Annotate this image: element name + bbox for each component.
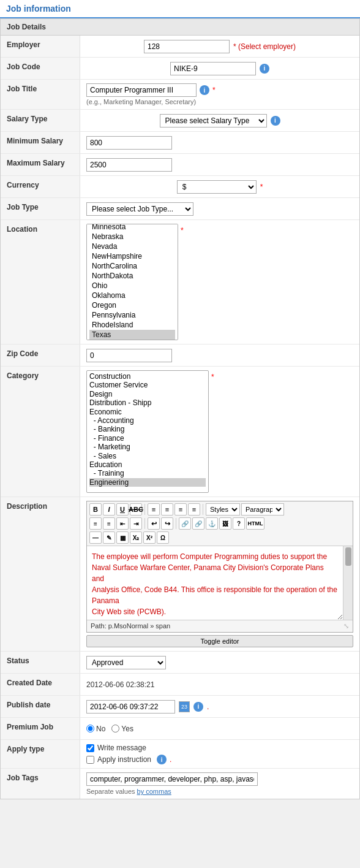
toggle-editor-button[interactable]: Toggle editor	[86, 635, 353, 647]
select-employer-link[interactable]: * (Select employer)	[233, 42, 296, 51]
premium-yes-radio[interactable]	[111, 725, 119, 733]
ordered-list-button[interactable]: ≡	[103, 517, 115, 530]
job-type-value: Please select Job Type... Full-time Part…	[80, 198, 359, 219]
loc-opt-2[interactable]: Nebraska	[89, 232, 175, 242]
hr-button[interactable]: —	[89, 531, 102, 544]
write-message-checkbox[interactable]	[86, 744, 94, 752]
job-code-input[interactable]	[170, 62, 256, 75]
employer-input[interactable]	[144, 40, 230, 53]
currency-row: Currency $ € £ ¥ *	[1, 176, 359, 198]
loc-opt-12[interactable]: Texas	[89, 330, 175, 340]
job-title-info-icon[interactable]: i	[200, 85, 209, 95]
category-row: Category Construction Customer Service D…	[1, 367, 359, 497]
cat-opt-9[interactable]: - Sales	[89, 452, 206, 460]
zip-code-input[interactable]	[86, 349, 172, 362]
loc-opt-7[interactable]: Ohio	[89, 281, 175, 291]
underline-button[interactable]: U	[116, 503, 129, 516]
cat-opt-0[interactable]: Construction	[89, 372, 206, 381]
cat-opt-4[interactable]: Economic	[89, 408, 206, 416]
job-code-info-icon[interactable]: i	[260, 64, 269, 74]
salary-type-select[interactable]: Please select Salary Type Hourly Annual …	[160, 114, 267, 128]
redo-button[interactable]: ↪	[161, 517, 173, 530]
help-button[interactable]: ?	[233, 517, 245, 530]
italic-button[interactable]: I	[103, 503, 115, 516]
loc-opt-3[interactable]: Nevada	[89, 242, 175, 251]
created-date-value: 2012-06-06 02:38:21	[80, 674, 359, 695]
category-inner: Construction Customer Service Design Dis…	[86, 370, 353, 493]
align-right-button[interactable]: ≡	[174, 503, 187, 516]
align-left-button[interactable]: ≡	[148, 503, 160, 516]
justify-button[interactable]: ≡	[188, 503, 200, 516]
minimum-salary-input[interactable]	[86, 136, 172, 150]
cat-opt-2[interactable]: Design	[89, 390, 206, 398]
cat-opt-8[interactable]: - Marketing	[89, 443, 206, 451]
editor-scrollbar[interactable]	[343, 546, 353, 620]
premium-no-label[interactable]: No	[86, 725, 105, 733]
publish-date-info-icon[interactable]: i	[193, 702, 203, 712]
write-message-label[interactable]: Write message	[86, 744, 353, 752]
category-select[interactable]: Construction Customer Service Design Dis…	[86, 370, 209, 493]
omega-button[interactable]: Ω	[157, 531, 169, 544]
superscript-button[interactable]: X²	[143, 531, 156, 544]
paragraph-select[interactable]: Paragraph	[241, 503, 284, 516]
align-center-button[interactable]: ≡	[161, 503, 173, 516]
html-button[interactable]: HTML	[246, 517, 264, 530]
strikethrough-button[interactable]: ABC	[130, 503, 142, 516]
tags-hint-link[interactable]: by commas	[137, 788, 171, 795]
loc-opt-8[interactable]: Oklahoma	[89, 291, 175, 300]
status-select[interactable]: Approved Pending Rejected Draft	[86, 656, 166, 669]
outdent-button[interactable]: ⇤	[116, 517, 129, 530]
anchor-button[interactable]: ⚓	[206, 517, 218, 530]
styles-select[interactable]: Styles	[206, 503, 240, 516]
loc-opt-11[interactable]: RhodeIsland	[89, 320, 175, 330]
cat-opt-12[interactable]: Engineering	[89, 478, 206, 487]
edit-button[interactable]: ✎	[103, 531, 115, 544]
job-title-hint: (e.g., Marketing Manager, Secretary)	[86, 98, 353, 105]
premium-yes-label[interactable]: Yes	[111, 725, 133, 733]
bold-button[interactable]: B	[89, 503, 102, 516]
cat-opt-5[interactable]: - Accounting	[89, 416, 206, 425]
unordered-list-button[interactable]: ≡	[89, 517, 102, 530]
maximum-salary-input[interactable]	[86, 158, 172, 172]
apply-type-label: Apply type	[1, 740, 80, 768]
cat-opt-6[interactable]: - Banking	[89, 425, 206, 433]
loc-opt-9[interactable]: Oregon	[89, 300, 175, 310]
premium-no-radio[interactable]	[86, 725, 94, 733]
salary-type-info-icon[interactable]: i	[271, 116, 280, 126]
maximum-salary-label: Maximum Salary	[1, 154, 80, 175]
job-tags-row: Job Tags Separate values by commas	[1, 769, 359, 799]
location-select[interactable]: Michigan Minnesota Nebraska Nevada NewHa…	[86, 224, 178, 340]
undo-button[interactable]: ↩	[148, 517, 160, 530]
cat-opt-1[interactable]: Customer Service	[89, 381, 206, 389]
loc-opt-5[interactable]: NorthCarolina	[89, 261, 175, 271]
apply-instruction-label[interactable]: Apply instruction i .	[86, 755, 353, 764]
link-button[interactable]: 🔗	[179, 517, 191, 530]
indent-button[interactable]: ⇥	[130, 517, 142, 530]
cat-opt-10[interactable]: Education	[89, 460, 206, 469]
job-tags-label: Job Tags	[1, 769, 80, 799]
apply-instruction-checkbox[interactable]	[86, 756, 94, 764]
resize-handle[interactable]: ⤡	[343, 622, 349, 630]
location-label: Location	[1, 220, 80, 344]
unlink-button[interactable]: 🔗	[192, 517, 204, 530]
publish-date-input[interactable]	[86, 700, 175, 714]
job-tags-input[interactable]	[86, 772, 258, 786]
loc-opt-1[interactable]: Minnesota	[89, 224, 175, 232]
currency-select[interactable]: $ € £ ¥	[177, 180, 257, 194]
apply-instruction-info-icon[interactable]: i	[157, 755, 167, 764]
job-title-input[interactable]	[86, 83, 197, 97]
table-button[interactable]: ▦	[116, 531, 129, 544]
calendar-icon[interactable]: 23	[179, 701, 190, 712]
loc-opt-6[interactable]: NorthDakota	[89, 271, 175, 281]
description-value: B I U ABC ≡ ≡ ≡ ≡ Styles	[80, 497, 359, 651]
loc-opt-4[interactable]: NewHampshire	[89, 251, 175, 261]
cat-opt-3[interactable]: Distribution - Shipp	[89, 398, 206, 407]
description-editor[interactable]: The employee will perform Computer Progr…	[87, 546, 343, 620]
cat-opt-11[interactable]: - Training	[89, 469, 206, 478]
image-button[interactable]: 🖼	[219, 517, 231, 530]
editor-path: Path: p.MsoNormal » span ⤡	[87, 620, 353, 632]
cat-opt-7[interactable]: - Finance	[89, 434, 206, 443]
job-type-select[interactable]: Please select Job Type... Full-time Part…	[86, 202, 193, 216]
loc-opt-10[interactable]: Pennsylvania	[89, 310, 175, 320]
subscript-button[interactable]: X₂	[130, 531, 142, 544]
